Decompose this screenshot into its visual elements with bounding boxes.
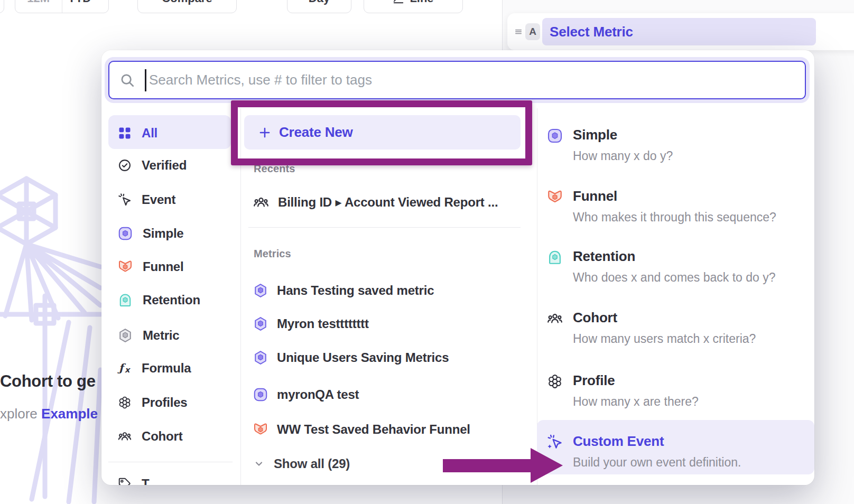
search-input[interactable]: [108, 61, 806, 99]
select-metric-field[interactable]: Select Metric: [542, 18, 816, 45]
sidebar-item-event[interactable]: Event: [108, 186, 235, 213]
profiles-icon: [117, 395, 132, 410]
annotation-arrow-head: [531, 448, 563, 483]
chart-type-line-button[interactable]: Line: [364, 0, 463, 13]
range-ytd-button[interactable]: YTD: [62, 0, 109, 13]
drag-handle-icon[interactable]: [514, 27, 523, 36]
chevron-down-icon: [94, 0, 103, 3]
type-cohort[interactable]: Cohort: [573, 310, 617, 326]
empty-state-headline: Cohort to ge: [0, 372, 106, 391]
sidebar-bottom-divider: [108, 462, 233, 462]
type-simple[interactable]: Simple: [573, 127, 617, 143]
grid-icon: [117, 126, 132, 141]
sidebar-item-verified[interactable]: Verified: [108, 152, 235, 179]
explore-muted-text: xplore: [0, 406, 41, 422]
metric-item-myron[interactable]: Myron testttttttt: [248, 310, 523, 338]
metric-row-badge: A: [525, 23, 540, 40]
metric-query-row-card: A Select Metric: [507, 13, 854, 50]
chevron-down-icon: [253, 458, 265, 470]
recent-item-billing[interactable]: Billing ID ▸ Account Viewed Report ...: [248, 189, 523, 216]
formula-icon: [117, 361, 132, 376]
sidebar-item-cohort[interactable]: Cohort: [108, 423, 235, 450]
metric-hexagon-icon: [253, 283, 268, 298]
type-profile-description: How many x are there?: [573, 395, 699, 409]
type-cohort-description: How many users match x criteria?: [573, 332, 756, 346]
sidebar-item-simple[interactable]: Simple: [108, 220, 235, 247]
metric-item-unique-users[interactable]: Unique Users Saving Metrics: [248, 344, 523, 371]
cohort-icon: [117, 429, 132, 444]
type-custom-event[interactable]: Custom Event: [573, 433, 664, 450]
profiles-icon: [546, 373, 563, 390]
type-funnel-description: Who makes it through this sequence?: [573, 210, 776, 225]
sidebar-item-profiles[interactable]: Profiles: [108, 389, 235, 416]
type-simple-description: How many x do y?: [573, 149, 673, 163]
sidebar-item-tags-partial[interactable]: T: [108, 470, 235, 485]
sidebar-item-funnel[interactable]: Funnel: [108, 253, 235, 281]
metric-item-hans[interactable]: Hans Testing saved metric: [248, 277, 523, 304]
sidebar-item-all[interactable]: All: [108, 119, 235, 147]
metric-hexagon-icon: [253, 350, 268, 366]
date-range-segmented-control: 12M YTD: [15, 0, 109, 13]
sidebar-item-metric[interactable]: Metric: [108, 322, 235, 349]
compare-button[interactable]: Compare: [137, 0, 237, 13]
recents-divider: [248, 227, 521, 228]
metric-picker-screen: ƒ x: [0, 0, 854, 504]
type-custom-event-description: Build your own event definition.: [573, 455, 741, 470]
toolbar-button-fragment[interactable]: [0, 0, 4, 13]
metrics-header: Metrics: [254, 248, 291, 260]
interval-day-button[interactable]: Day: [287, 0, 351, 13]
metric-hexagon-icon: [117, 328, 133, 343]
cohort-icon: [253, 194, 270, 211]
tag-icon: [117, 477, 132, 485]
funnel-icon: [117, 259, 133, 275]
search-icon: [119, 72, 135, 88]
example-link[interactable]: Example B: [41, 406, 101, 422]
type-funnel[interactable]: Funnel: [573, 188, 617, 204]
simple-metric-icon: [253, 387, 268, 403]
simple-metric-icon: [117, 226, 133, 241]
line-chart-icon: [393, 0, 404, 4]
sidebar-item-formula[interactable]: Formula: [108, 354, 235, 382]
range-12m-button[interactable]: 12M: [15, 0, 62, 13]
event-cursor-icon: [117, 192, 132, 207]
metric-item-ww-funnel[interactable]: WW Test Saved Behavior Funnel: [248, 416, 523, 443]
retention-icon: [117, 292, 133, 308]
type-retention[interactable]: Retention: [573, 248, 635, 265]
annotation-arrow: [443, 459, 531, 472]
type-retention-description: Who does x and comes back to do y?: [573, 270, 776, 285]
funnel-icon: [253, 422, 268, 437]
retention-icon: [546, 249, 563, 266]
type-profile[interactable]: Profile: [573, 372, 615, 389]
empty-state-explore-line: xplore Example B: [0, 406, 101, 422]
text-cursor: [145, 69, 146, 91]
cohort-icon: [546, 310, 563, 327]
verified-badge-icon: [117, 158, 132, 173]
metric-hexagon-icon: [253, 316, 268, 332]
metric-item-myronqa[interactable]: myronQA test: [248, 381, 523, 408]
select-metric-label: Select Metric: [550, 24, 633, 40]
funnel-icon: [546, 189, 563, 206]
annotation-highlight-box: [231, 100, 532, 165]
sidebar-item-retention[interactable]: Retention: [108, 286, 235, 314]
simple-metric-icon: [546, 127, 563, 144]
